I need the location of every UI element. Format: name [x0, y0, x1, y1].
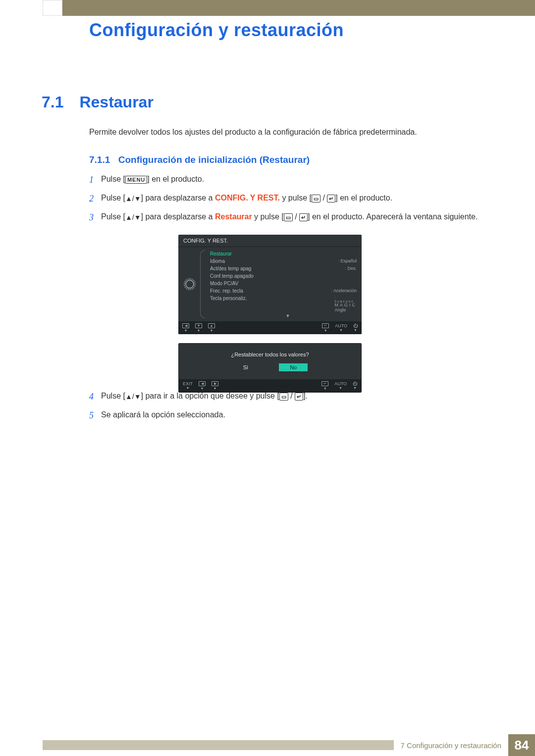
osd-item-value: Aceleración: [331, 288, 357, 294]
enter-icon: ↵: [299, 213, 308, 221]
osd-power[interactable]: ⏻▼: [353, 324, 358, 332]
osd-option-yes[interactable]: Sí: [232, 363, 259, 371]
text-fragment: ] en el producto.: [335, 194, 392, 202]
menu-button-icon: MENU: [125, 176, 147, 184]
osd-item-timer-set[interactable]: Conf.temp.apagado: [210, 272, 357, 280]
text-fragment: Pulse [: [101, 392, 125, 400]
step-4: 4 Pulse [▲/▼] para ir a la opción que de…: [89, 390, 495, 403]
osd-item-label: Act/des temp apag: [210, 266, 251, 271]
osd-bracket: [200, 250, 205, 318]
step-text: Pulse [▲/▼] para desplazarse a Restaurar…: [101, 211, 495, 224]
step-number: 1: [89, 173, 101, 187]
osd-item-pcav[interactable]: Modo PC/AV: [210, 280, 357, 287]
osd-item-value: Español: [338, 258, 357, 264]
osd-item-label: Restaurar: [210, 251, 232, 256]
text-fragment: y pulse [: [280, 194, 312, 202]
osd-nav-down[interactable]: ▼▼: [195, 323, 202, 332]
step-number: 2: [89, 192, 101, 205]
highlight-restaurar: Restaurar: [215, 212, 252, 221]
text-fragment: ] para desplazarse a: [141, 212, 215, 221]
osd-item-label: Conf.temp.apagado: [210, 273, 254, 279]
enter-icon: ↵: [327, 195, 335, 202]
osd-item-list: Restaurar Idioma Español Act/des temp ap…: [201, 247, 362, 321]
osd-item-customkey[interactable]: Tecla personaliz. SAMSUNGMAGIC Angle: [210, 295, 357, 313]
enter-icon: ↵: [295, 393, 303, 401]
source-icon: ▭: [312, 195, 321, 202]
osd-option-no[interactable]: No: [279, 363, 308, 371]
osd-footer-bar: ◀▼ ▼▼ ▲▼ ↵▼ AUTO▼ ⏻▼: [178, 321, 362, 334]
text-fragment: y pulse [: [252, 212, 284, 221]
source-icon: ▭: [279, 393, 288, 401]
osd-nav-left[interactable]: ◀▼: [199, 381, 206, 390]
subsection-title: Configuración de inicialización (Restaur…: [118, 154, 310, 165]
osd-auto[interactable]: AUTO▼: [334, 382, 347, 390]
source-icon: ▭: [284, 213, 293, 221]
osd-item-label: Frec. rep. tecla: [210, 288, 243, 294]
footer-accent-bar: [43, 740, 394, 750]
text-fragment: ] en el producto.: [147, 175, 204, 183]
section-number: 7.1: [42, 93, 77, 111]
step-number: 4: [89, 390, 101, 403]
highlight-config-rest: CONFIG. Y REST.: [215, 194, 280, 202]
osd-enter[interactable]: ↵▼: [322, 323, 329, 332]
osd-item-restaurar[interactable]: Restaurar: [210, 250, 357, 257]
osd-nav-right[interactable]: ▶▼: [212, 381, 218, 390]
text-fragment: ] para ir a la opción que desee y pulse …: [141, 392, 279, 400]
step-text: Pulse [▲/▼] para desplazarse a CONFIG. Y…: [101, 192, 495, 205]
step-1: 1 Pulse [MENU] en el producto.: [89, 173, 495, 187]
page-number: 84: [508, 734, 535, 756]
step-2: 2 Pulse [▲/▼] para desplazarse a CONFIG.…: [89, 192, 495, 205]
osd-item-label: Modo PC/AV: [210, 281, 238, 286]
osd-nav-left[interactable]: ◀▼: [182, 323, 189, 332]
osd-confirm-panel: ¿Restablecer todos los valores? Sí No EX…: [178, 343, 362, 393]
step-number: 5: [89, 409, 101, 422]
step-number: 3: [89, 211, 101, 224]
page-footer: 7 Configuración y restauración 84: [43, 734, 535, 756]
step-5: 5 Se aplicará la opción seleccionada.: [89, 409, 495, 422]
osd-item-label: Tecla personaliz.: [210, 296, 247, 312]
osd-item-keyrepeat[interactable]: Frec. rep. tecla Aceleración: [210, 287, 357, 295]
step-3: 3 Pulse [▲/▼] para desplazarse a Restaur…: [89, 211, 495, 224]
osd-item-value: SAMSUNGMAGIC Angle: [334, 296, 357, 312]
osd-enter[interactable]: ↵▼: [321, 381, 328, 390]
page-tab-corner: [43, 0, 62, 16]
section-description: Permite devolver todos los ajustes del p…: [89, 127, 495, 138]
up-down-arrow-icon: ▲/▼: [125, 214, 141, 221]
osd-auto[interactable]: AUTO▼: [335, 324, 347, 332]
text-fragment: ].: [303, 392, 308, 400]
subsection-number: 7.1.1: [89, 154, 110, 165]
gear-icon: [185, 280, 194, 289]
magic-angle-suffix: Angle: [334, 307, 346, 312]
osd-category-icon: [178, 247, 201, 321]
step-text: Se aplicará la opción seleccionada.: [101, 409, 495, 422]
up-down-arrow-icon: ▲/▼: [125, 195, 141, 202]
osd-menu-panel: CONFIG. Y REST. Restaurar Idioma Español…: [178, 235, 362, 334]
osd-item-idioma[interactable]: Idioma Español: [210, 257, 357, 265]
chevron-down-icon: ▼: [219, 313, 357, 320]
text-fragment: ] para desplazarse a: [141, 194, 215, 202]
footer-chapter-ref: 7 Configuración y restauración: [394, 741, 508, 750]
osd-exit[interactable]: EXIT▼: [183, 382, 193, 390]
magic-label: MAGIC: [334, 303, 357, 307]
step-text: Pulse [MENU] en el producto.: [101, 173, 495, 187]
osd-item-timer-onoff[interactable]: Act/des temp apag Des.: [210, 265, 357, 272]
osd-nav-up[interactable]: ▲▼: [208, 323, 215, 332]
osd-item-label: Idioma: [210, 258, 225, 264]
text-fragment: Pulse [: [101, 175, 125, 183]
page-header-accent: [62, 0, 535, 16]
text-fragment: Pulse [: [101, 212, 125, 221]
osd-confirm-question: ¿Restablecer todos los valores?: [179, 344, 361, 363]
up-down-arrow-icon: ▲/▼: [125, 393, 141, 400]
section-title: Restaurar: [79, 93, 153, 111]
osd-power[interactable]: ⏻▼: [353, 382, 357, 390]
step-text: Pulse [▲/▼] para ir a la opción que dese…: [101, 390, 495, 403]
text-fragment: Pulse [: [101, 194, 125, 202]
text-fragment: ] en el producto. Aparecerá la ventana s…: [308, 212, 478, 221]
osd-title: CONFIG. Y REST.: [178, 235, 362, 247]
osd-item-value: Des.: [345, 266, 357, 271]
chapter-title: Configuración y restauración: [89, 20, 344, 41]
